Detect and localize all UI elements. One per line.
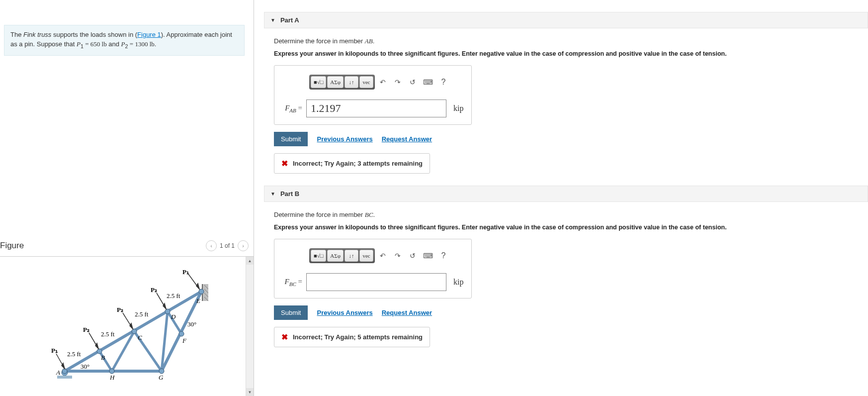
part-a-instructions: Express your answer in kilopounds to thr… (274, 50, 858, 57)
text: Determine the force in member (274, 37, 365, 45)
incorrect-icon: ✖ (281, 332, 288, 342)
part-b-answer-card: ■√□ ΑΣφ ↓↑ vec ↶ ↷ ↺ ⌨ ? FBC = kip (274, 239, 472, 298)
text: and (107, 40, 121, 48)
incorrect-icon: ✖ (281, 159, 288, 168)
svg-text:2.5 ft: 2.5 ft (135, 310, 149, 318)
redo-button[interactable]: ↷ (391, 76, 405, 88)
figure-title: Figure (0, 241, 24, 251)
figure-header: Figure ‹ 1 of 1 › (0, 237, 254, 257)
figure-next-button[interactable]: › (238, 240, 249, 251)
equation-toolbar: ■√□ ΑΣφ ↓↑ vec ↶ ↷ ↺ ⌨ ? (307, 246, 452, 265)
reset-button[interactable]: ↺ (406, 250, 420, 262)
svg-marker-33 (196, 284, 199, 289)
part-b-instructions: Express your answer in kilopounds to thr… (274, 224, 858, 231)
subscript-button[interactable]: ↓↑ (345, 76, 358, 88)
undo-button[interactable]: ↶ (376, 76, 390, 88)
feedback-text: Incorrect; Try Again; 5 attempts remaini… (293, 333, 423, 341)
truss-diagram: P₁ P₁ P₂ P₂ P₂ 2.5 ft 2.5 ft 2.5 ft 2.5 … (37, 269, 216, 384)
help-button[interactable]: ? (436, 250, 450, 262)
problem-statement: The Fink truss supports the loads shown … (4, 25, 245, 56)
greek-button[interactable]: ΑΣφ (327, 250, 344, 262)
right-panel: ▼ Part A Determine the force in member A… (254, 0, 868, 396)
part-b-actions: Submit Previous Answers Request Answer (274, 305, 858, 320)
unit-label: kip (450, 104, 463, 113)
figure-canvas: P₁ P₁ P₂ P₂ P₂ 2.5 ft 2.5 ft 2.5 ft 2.5 … (0, 257, 254, 396)
feedback-text: Incorrect; Try Again; 3 attempts remaini… (293, 160, 423, 167)
templates-button[interactable]: ■√□ (311, 250, 326, 262)
part-b-prompt: Determine the force in member BC. (274, 211, 858, 219)
figure-pager: ‹ 1 of 1 › (206, 240, 249, 251)
text: . (155, 40, 157, 48)
request-answer-link[interactable]: Request Answer (382, 309, 432, 316)
svg-text:P₂: P₂ (151, 286, 157, 294)
variable-label: FAB = (282, 104, 302, 113)
vector-button[interactable]: vec (359, 250, 373, 262)
answer-input[interactable] (306, 99, 446, 117)
text: . (373, 37, 375, 45)
text: . (373, 211, 375, 218)
previous-answers-link[interactable]: Previous Answers (317, 309, 372, 316)
figure-page-indicator: 1 of 1 (220, 242, 235, 249)
equation-toolbar: ■√□ ΑΣφ ↓↑ vec ↶ ↷ ↺ ⌨ ? (307, 73, 452, 92)
svg-text:P₂: P₂ (83, 326, 89, 333)
scroll-up-icon[interactable]: ▲ (246, 257, 254, 265)
figure-section: Figure ‹ 1 of 1 › (0, 237, 254, 396)
part-a-header[interactable]: ▼ Part A (264, 12, 868, 28)
part-a-feedback: ✖ Incorrect; Try Again; 3 attempts remai… (274, 153, 430, 174)
figure-link[interactable]: Figure 1 (137, 31, 161, 38)
svg-text:D: D (171, 313, 176, 320)
figure-scrollbar[interactable]: ▲ ▼ (246, 257, 254, 396)
part-b: ▼ Part B Determine the force in member B… (274, 186, 858, 347)
var: P (121, 40, 125, 48)
reset-button[interactable]: ↺ (406, 76, 420, 88)
svg-text:P₁: P₁ (51, 347, 58, 354)
collapse-icon: ▼ (270, 17, 275, 23)
part-title: Part B (280, 190, 299, 198)
svg-text:30°: 30° (187, 320, 196, 328)
svg-text:P₁: P₁ (182, 269, 189, 276)
help-button[interactable]: ? (436, 76, 450, 88)
redo-button[interactable]: ↷ (391, 250, 405, 262)
svg-point-22 (159, 369, 164, 374)
left-panel: The Fink truss supports the loads shown … (0, 0, 254, 396)
subscript-button[interactable]: ↓↑ (345, 250, 358, 262)
svg-text:2.5 ft: 2.5 ft (167, 292, 180, 299)
part-a-actions: Submit Previous Answers Request Answer (274, 132, 858, 146)
svg-point-16 (62, 369, 67, 374)
text: = 1300 lb (128, 40, 155, 48)
keyboard-button[interactable]: ⌨ (421, 76, 435, 88)
answer-input[interactable] (306, 273, 446, 291)
scroll-down-icon[interactable]: ▼ (246, 388, 254, 396)
previous-answers-link[interactable]: Previous Answers (317, 135, 372, 143)
member-name: BC (365, 211, 373, 218)
text: = 650 lb (84, 40, 107, 48)
undo-button[interactable]: ↶ (376, 250, 390, 262)
var: P (77, 40, 81, 48)
unit-label: kip (450, 278, 463, 287)
collapse-icon: ▼ (270, 191, 275, 197)
vector-button[interactable]: vec (359, 76, 373, 88)
part-a: ▼ Part A Determine the force in member A… (274, 12, 858, 174)
templates-button[interactable]: ■√□ (311, 76, 326, 88)
svg-text:2.5 ft: 2.5 ft (67, 350, 81, 358)
svg-point-21 (109, 369, 114, 374)
figure-prev-button[interactable]: ‹ (206, 240, 217, 251)
text: supports the loads shown in ( (51, 31, 137, 38)
greek-button[interactable]: ΑΣφ (327, 76, 344, 88)
svg-text:30°: 30° (81, 363, 89, 370)
svg-point-17 (97, 349, 102, 354)
variable-label: FBC = (282, 278, 302, 287)
submit-button[interactable]: Submit (274, 132, 308, 146)
part-a-prompt: Determine the force in member AB. (274, 37, 858, 45)
request-answer-link[interactable]: Request Answer (382, 135, 432, 143)
submit-button[interactable]: Submit (274, 305, 308, 320)
svg-text:A: A (56, 369, 60, 376)
keyboard-button[interactable]: ⌨ (421, 250, 435, 262)
part-b-header[interactable]: ▼ Part B (264, 186, 868, 202)
text: Determine the force in member (274, 211, 365, 218)
part-a-answer-card: ■√□ ΑΣφ ↓↑ vec ↶ ↷ ↺ ⌨ ? FAB = kip (274, 65, 472, 125)
text: The (10, 31, 23, 38)
svg-point-23 (179, 331, 184, 336)
svg-text:H: H (109, 374, 115, 381)
member-name: AB (365, 37, 373, 45)
